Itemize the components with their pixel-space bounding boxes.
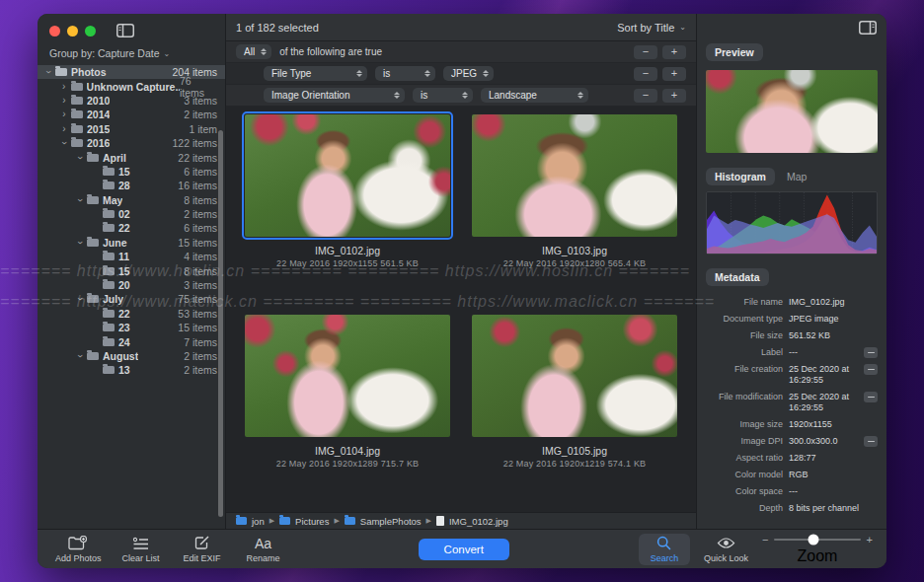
photo-thumbnail[interactable] [472, 114, 677, 237]
tree-item-unknown-capture[interactable]: Unknown Capture...76 items [38, 79, 225, 93]
toggle-right-panel-icon[interactable] [859, 21, 877, 35]
folder-icon [103, 182, 115, 189]
chevron-icon[interactable] [75, 195, 85, 205]
chevron-icon[interactable] [75, 294, 85, 304]
search-button[interactable]: Search [639, 534, 690, 565]
field-dropdown[interactable]: Image Orientation [264, 88, 405, 103]
remove-rule-button[interactable]: − [634, 67, 657, 81]
breadcrumb-item[interactable]: SamplePhotos [360, 516, 422, 527]
value-dropdown[interactable]: Landscape [481, 88, 588, 103]
tree-item-may-02[interactable]: 022 items [38, 207, 225, 221]
breadcrumb-file[interactable]: IMG_0102.jpg [449, 516, 508, 527]
zoom-out-button[interactable]: − [762, 534, 768, 546]
close-window-button[interactable] [49, 26, 60, 36]
folder-icon [71, 139, 83, 147]
chevron-icon[interactable] [59, 109, 69, 119]
value-dropdown[interactable]: JPEG [443, 66, 494, 81]
photo-thumbnail[interactable] [245, 114, 450, 237]
chevron-icon[interactable] [75, 351, 85, 361]
photo-item[interactable]: IMG_0103.jpg 22 May 2016 1920x1280 565.4… [465, 114, 684, 313]
tree-item-2010[interactable]: 20103 items [38, 94, 225, 108]
metadata-row: Aspect ratio128:77 [706, 450, 878, 466]
rename-button[interactable]: Aa Rename [238, 534, 289, 565]
photo-item-selected[interactable]: IMG_0102.jpg 22 May 2016 1920x1155 561.5… [238, 114, 457, 313]
tree-item-2014[interactable]: 20142 items [38, 108, 225, 121]
breadcrumb-item[interactable]: Pictures [295, 516, 329, 527]
tree-item-april-28[interactable]: 2816 items [38, 179, 225, 192]
app-window: Group by: Capture Date ⌄ Photos204 items… [38, 14, 886, 568]
photo-thumbnail[interactable] [245, 315, 450, 437]
tree-label: 22 [118, 308, 130, 320]
add-rule-button[interactable]: + [662, 89, 686, 103]
zoom-in-button[interactable]: + [867, 534, 873, 546]
chevron-icon[interactable] [59, 96, 69, 106]
bottom-toolbar: Add Photos Clear List Edit EXIF Aa Renam… [38, 529, 886, 568]
tree-count: 4 items [184, 251, 217, 262]
edit-button[interactable] [864, 364, 878, 375]
photo-item[interactable]: IMG_0105.jpg 22 May 2016 1920x1219 574.1… [465, 315, 684, 513]
tree-item-june[interactable]: June15 items [38, 236, 225, 250]
tree-item-may-22[interactable]: 226 items [38, 221, 225, 235]
metadata-key: File creation [706, 364, 783, 375]
sort-selector[interactable]: Sort by Title ⌄ [617, 22, 686, 34]
tree-item-july-22[interactable]: 2253 items [38, 307, 225, 321]
tree-item-2016[interactable]: 2016122 items [38, 136, 225, 150]
remove-rule-button[interactable]: − [634, 45, 657, 59]
group-by-selector[interactable]: Group by: Capture Date ⌄ [38, 43, 225, 64]
minimize-window-button[interactable] [67, 26, 78, 36]
edit-button[interactable] [864, 436, 878, 447]
tree-item-may[interactable]: May8 items [38, 193, 225, 207]
metadata-key: Color space [706, 486, 783, 497]
field-dropdown[interactable]: File Type [264, 66, 367, 81]
chevron-icon[interactable] [75, 238, 85, 248]
photo-item[interactable]: IMG_0104.jpg 22 May 2016 1920x1289 715.7… [238, 315, 457, 513]
chevron-icon[interactable] [59, 82, 69, 92]
add-rule-button[interactable]: + [662, 45, 686, 59]
tree-item-july-23[interactable]: 2315 items [38, 321, 225, 334]
edit-button[interactable] [864, 347, 878, 358]
photo-details: 22 May 2016 1920x1289 715.7 KB [276, 459, 420, 469]
edit-exif-label: Edit EXIF [184, 553, 221, 563]
edit-button[interactable] [864, 392, 878, 402]
edit-exif-button[interactable]: Edit EXIF [177, 534, 228, 565]
remove-rule-button[interactable]: − [634, 89, 657, 103]
tree-count: 3 items [184, 279, 217, 291]
tree-item-april[interactable]: April22 items [38, 150, 225, 164]
chevron-icon[interactable] [43, 67, 53, 77]
convert-button[interactable]: Convert [419, 539, 509, 560]
chevron-icon[interactable] [59, 124, 69, 134]
main-content: 1 of 182 selected Sort by Title ⌄ All of… [226, 14, 696, 529]
add-photos-button[interactable]: Add Photos [51, 534, 106, 565]
clear-list-button[interactable]: Clear List [116, 534, 167, 565]
tree-label: 24 [118, 336, 130, 348]
tree-item-june-11[interactable]: 114 items [38, 250, 225, 263]
zoom-slider-thumb[interactable] [808, 534, 818, 545]
toggle-left-sidebar-icon[interactable] [116, 24, 134, 37]
quick-look-button[interactable]: Quick Look [700, 534, 752, 565]
metadata-key: Document type [706, 314, 783, 325]
chevron-icon[interactable] [75, 153, 85, 163]
photo-thumbnail[interactable] [472, 315, 677, 437]
clear-list-icon [132, 536, 149, 551]
zoom-window-button[interactable] [85, 26, 96, 36]
zoom-slider[interactable] [774, 539, 860, 541]
breadcrumb-item[interactable]: jon [252, 516, 265, 527]
tree-item-july-24[interactable]: 247 items [38, 334, 225, 348]
tree-item-july[interactable]: July75 items [38, 292, 225, 306]
tree-item-april-15[interactable]: 156 items [38, 165, 225, 179]
metadata-key: Aspect ratio [706, 453, 783, 464]
chevron-icon[interactable] [59, 138, 69, 148]
operator-dropdown[interactable]: is [413, 88, 473, 103]
tree-item-june-15[interactable]: 158 items [38, 263, 225, 277]
tab-map[interactable]: Map [787, 171, 807, 182]
tree-item-june-20[interactable]: 203 items [38, 278, 225, 292]
operator-dropdown[interactable]: is [375, 66, 435, 81]
tree-item-august-13[interactable]: 132 items [38, 363, 225, 377]
tree-item-2015[interactable]: 20151 item [38, 122, 225, 136]
sidebar-scrollbar[interactable] [218, 130, 223, 517]
tab-histogram[interactable]: Histogram [706, 168, 775, 185]
match-dropdown[interactable]: All [236, 44, 271, 59]
tree-item-august[interactable]: August2 items [38, 349, 225, 363]
add-rule-button[interactable]: + [662, 67, 686, 81]
metadata-row: Color modelRGB [706, 467, 878, 482]
